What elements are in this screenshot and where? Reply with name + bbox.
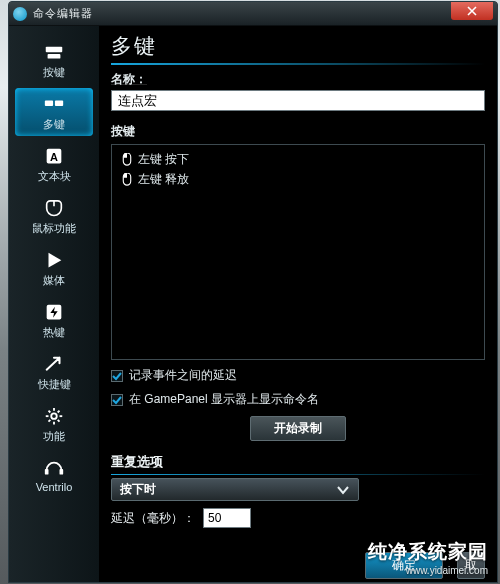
checkbox-show-name[interactable]: 在 GamePanel 显示器上显示命令名	[111, 391, 485, 408]
window-body: 按键 多键 A 文本块 鼠标功能	[9, 26, 497, 582]
delay-input[interactable]	[203, 508, 251, 528]
bolt-icon	[43, 302, 65, 322]
svg-line-14	[58, 420, 60, 422]
section-title: 多键	[111, 32, 485, 60]
main-panel: 多键 名称： 按键 左键 按下 左键 释放	[99, 26, 497, 582]
sidebar-item-function[interactable]: 功能	[15, 400, 93, 448]
text-icon: A	[43, 146, 65, 166]
chevron-down-icon	[336, 485, 350, 495]
sidebar-item-label: 媒体	[43, 273, 65, 288]
svg-text:A: A	[50, 151, 58, 163]
name-input[interactable]	[111, 90, 485, 111]
keys-label: 按键	[111, 123, 485, 140]
sidebar-item-media[interactable]: 媒体	[15, 244, 93, 292]
sidebar-item-label: 多键	[43, 117, 65, 132]
checkbox-label: 记录事件之间的延迟	[129, 367, 237, 384]
svg-point-8	[51, 413, 56, 418]
checkbox-label: 在 GamePanel 显示器上显示命令名	[129, 391, 319, 408]
sidebar-item-label: 按键	[43, 65, 65, 80]
sidebar-item-keystroke[interactable]: 按键	[15, 36, 93, 84]
svg-rect-18	[59, 469, 63, 474]
sidebar-item-ventrilo[interactable]: Ventrilo	[15, 452, 93, 497]
key-event-row[interactable]: 左键 释放	[122, 171, 474, 188]
sidebar-item-textblock[interactable]: A 文本块	[15, 140, 93, 188]
sidebar-item-label: 鼠标功能	[32, 221, 76, 236]
cancel-button[interactable]: 取	[457, 552, 485, 579]
arrow-icon	[43, 354, 65, 374]
svg-line-13	[49, 410, 51, 412]
editor-window: 命令编辑器 按键 多键 A 文本块	[8, 1, 498, 583]
play-icon	[43, 250, 65, 270]
ok-button[interactable]: 确定	[365, 552, 443, 579]
svg-rect-1	[48, 54, 61, 59]
sidebar-item-multikey[interactable]: 多键	[15, 88, 93, 136]
name-label: 名称：	[111, 71, 485, 88]
key-list[interactable]: 左键 按下 左键 释放	[111, 144, 485, 360]
gear-icon	[43, 406, 65, 426]
sidebar-item-label: Ventrilo	[36, 481, 73, 493]
key-event-text: 左键 释放	[138, 171, 189, 188]
svg-line-15	[58, 410, 60, 412]
sidebar-item-label: 热键	[43, 325, 65, 340]
sidebar-item-label: 功能	[43, 429, 65, 444]
titlebar: 命令编辑器	[9, 2, 497, 26]
key-event-text: 左键 按下	[138, 151, 189, 168]
select-value: 按下时	[120, 481, 156, 498]
repeat-title: 重复选项	[111, 453, 485, 471]
svg-line-16	[49, 420, 51, 422]
delay-row: 延迟（毫秒）：	[111, 508, 485, 528]
svg-rect-2	[45, 100, 53, 105]
close-button[interactable]	[451, 2, 493, 20]
svg-rect-3	[55, 100, 63, 105]
dialog-buttons: 确定 取	[365, 552, 485, 579]
keystroke-icon	[43, 42, 65, 62]
checkbox-icon	[111, 394, 123, 406]
mouse-icon	[43, 198, 65, 218]
sidebar-item-hotkey[interactable]: 热键	[15, 296, 93, 344]
sidebar-item-label: 文本块	[38, 169, 71, 184]
sidebar-item-label: 快捷键	[38, 377, 71, 392]
svg-rect-17	[45, 469, 49, 474]
sidebar: 按键 多键 A 文本块 鼠标功能	[9, 26, 99, 582]
checkbox-icon	[111, 370, 123, 382]
close-icon	[467, 6, 477, 16]
app-icon	[13, 7, 27, 21]
divider	[111, 474, 485, 475]
divider	[111, 63, 485, 65]
mouse-icon	[122, 173, 132, 186]
sidebar-item-shortcut[interactable]: 快捷键	[15, 348, 93, 396]
start-record-button[interactable]: 开始录制	[250, 416, 346, 441]
repeat-mode-select[interactable]: 按下时	[111, 478, 359, 501]
multikey-icon	[43, 94, 65, 114]
delay-label: 延迟（毫秒）：	[111, 510, 195, 527]
sidebar-item-mouse[interactable]: 鼠标功能	[15, 192, 93, 240]
key-event-row[interactable]: 左键 按下	[122, 151, 474, 168]
svg-rect-0	[46, 46, 62, 51]
headset-icon	[43, 458, 65, 478]
mouse-icon	[122, 153, 132, 166]
keys-panel: 按键 左键 按下 左键 释放	[111, 123, 485, 360]
checkbox-record-delay[interactable]: 记录事件之间的延迟	[111, 367, 485, 384]
window-title: 命令编辑器	[33, 6, 451, 21]
